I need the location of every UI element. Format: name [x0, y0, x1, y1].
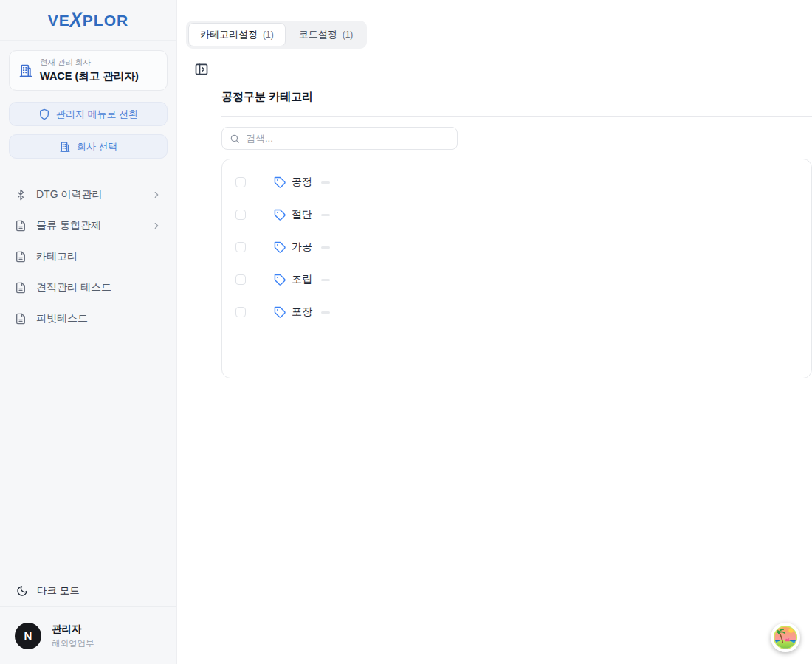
logo-part: VE	[48, 12, 70, 29]
category-dash	[321, 214, 330, 216]
category-row[interactable]: 절단	[222, 198, 811, 231]
tag-icon	[274, 176, 286, 189]
sidebar-item-category[interactable]: 카테고리	[0, 241, 176, 272]
category-label: 절단	[292, 208, 312, 221]
tab-label: 카테고리설정	[200, 28, 258, 41]
category-checkbox[interactable]	[235, 307, 246, 317]
category-checkbox[interactable]	[235, 242, 246, 252]
category-label: 공정	[292, 176, 312, 189]
category-dash	[321, 311, 330, 314]
select-company-label: 회사 선택	[77, 140, 118, 153]
search-box	[221, 127, 458, 150]
sidebar: VEXPLOR 현재 관리 회사 WACE (최고 관리자) 관리자 메뉴로 전…	[0, 0, 177, 664]
category-list-card: 공정 절단 가공	[221, 159, 812, 378]
search-icon	[230, 134, 240, 144]
tab-category-settings[interactable]: 카테고리설정 (1)	[188, 23, 286, 46]
select-company-button[interactable]: 회사 선택	[9, 134, 168, 159]
dark-mode-toggle[interactable]: 다크 모드	[0, 575, 176, 606]
sidebar-item-quote-test[interactable]: 견적관리 테스트	[0, 272, 176, 303]
moon-icon	[16, 585, 28, 597]
tab-count: (1)	[263, 30, 274, 40]
sidebar-item-dtg-history[interactable]: DTG 이력관리	[0, 179, 176, 210]
category-label: 포장	[292, 305, 312, 319]
profile-name: 관리자	[52, 623, 94, 636]
sidebar-nav: DTG 이력관리 물류 통합관제 카테고리 견적관리 테스트	[0, 179, 176, 334]
island-badge-button[interactable]	[771, 623, 800, 652]
sidebar-item-label: 카테고리	[36, 250, 162, 263]
current-company-card: 현재 관리 회사 WACE (최고 관리자)	[9, 50, 168, 91]
category-label: 조립	[292, 273, 312, 286]
sidebar-item-pivot-test[interactable]: 피벗테스트	[0, 303, 176, 334]
category-checkbox[interactable]	[235, 274, 246, 285]
profile-department: 해외영업부	[52, 638, 94, 649]
avatar[interactable]: N	[15, 623, 41, 649]
building-icon	[18, 63, 33, 78]
category-row[interactable]: 가공	[222, 231, 811, 263]
tab-label: 코드설정	[299, 28, 337, 41]
tag-icon	[274, 209, 286, 221]
tag-icon	[274, 241, 286, 254]
document-icon	[15, 220, 27, 232]
vexplor-logo[interactable]: VEXPLOR	[48, 10, 128, 30]
profile-row[interactable]: N 관리자 해외영업부	[0, 606, 176, 664]
shield-icon	[38, 108, 50, 120]
switch-admin-menu-label: 관리자 메뉴로 전환	[56, 108, 138, 121]
tropical-island-icon	[773, 625, 798, 650]
document-icon	[15, 313, 27, 325]
tab-count: (1)	[343, 30, 354, 40]
company-card-value: WACE (최고 관리자)	[40, 69, 139, 83]
tab-code-settings[interactable]: 코드설정 (1)	[287, 23, 365, 46]
category-row[interactable]: 포장	[222, 296, 811, 328]
document-icon	[15, 282, 27, 294]
tag-icon	[274, 306, 286, 319]
category-row[interactable]: 조립	[222, 263, 811, 296]
search-input[interactable]	[246, 133, 450, 144]
section-title: 공정구분 카테고리	[221, 90, 313, 104]
title-divider	[221, 116, 812, 117]
sidebar-item-logistics-control[interactable]: 물류 통합관제	[0, 210, 176, 241]
sidebar-spacer	[0, 334, 176, 575]
main-content: 카테고리설정 (1) 코드설정 (1) 공정구분 카테고리 공정	[177, 0, 812, 664]
sidebar-item-label: 견적관리 테스트	[36, 281, 162, 294]
chevron-right-icon	[151, 221, 162, 231]
vertical-divider	[216, 55, 216, 655]
sidebar-item-label: 피벗테스트	[36, 312, 162, 325]
sidebar-item-label: DTG 이력관리	[36, 188, 142, 201]
company-card-label: 현재 관리 회사	[40, 58, 139, 68]
logo-area: VEXPLOR	[0, 0, 176, 41]
category-dash	[321, 279, 330, 281]
settings-tabs: 카테고리설정 (1) 코드설정 (1)	[186, 21, 367, 49]
bluetooth-icon	[15, 189, 27, 201]
category-checkbox[interactable]	[235, 177, 246, 187]
category-checkbox[interactable]	[235, 210, 246, 220]
document-icon	[15, 251, 27, 263]
category-row[interactable]: 공정	[222, 166, 811, 198]
category-dash	[321, 246, 330, 249]
category-label: 가공	[292, 241, 312, 254]
dark-mode-label: 다크 모드	[37, 584, 80, 598]
logo-part: PLOR	[83, 12, 128, 29]
category-dash	[321, 181, 330, 184]
building-icon	[59, 141, 71, 153]
switch-admin-menu-button[interactable]: 관리자 메뉴로 전환	[9, 102, 168, 126]
tag-icon	[274, 274, 286, 286]
panel-collapse-icon[interactable]	[194, 62, 209, 77]
sidebar-item-label: 물류 통합관제	[36, 219, 142, 232]
chevron-right-icon	[151, 190, 162, 200]
